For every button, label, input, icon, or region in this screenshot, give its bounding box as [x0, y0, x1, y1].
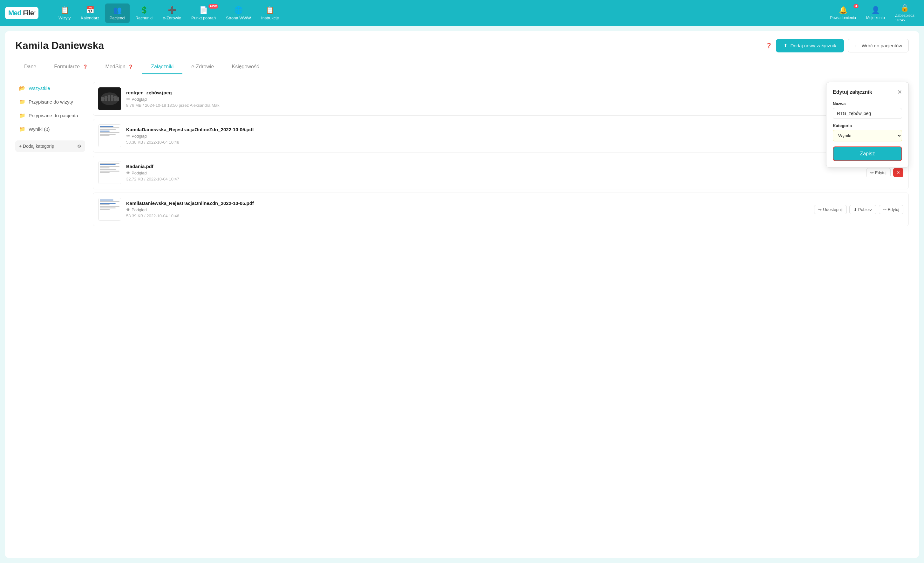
eye-icon-1: 👁 — [126, 97, 130, 102]
tab-zalaczniki-label: Załączniki — [151, 64, 174, 69]
tab-medsign[interactable]: MedSign ❓ — [97, 60, 142, 74]
sidebar-label-wyniki: Wyniki (0) — [28, 126, 50, 132]
doc-line — [100, 164, 116, 165]
file-name-2: KamilaDaniewska_RejestracjaOnlineZdn_202… — [126, 127, 903, 132]
eye-icon-4: 👁 — [126, 207, 130, 212]
doc-line — [100, 209, 110, 210]
sidebar-item-wszystkie[interactable]: 📂 Wszystkie — [15, 82, 85, 95]
settings-icon[interactable]: ⚙ — [77, 144, 81, 149]
file-preview-btn-1[interactable]: 👁 Podgląd — [126, 97, 147, 102]
file-size-1: 8.76 MB — [126, 103, 141, 108]
doc-line — [100, 134, 116, 135]
patient-name: Kamila Daniewska — [15, 40, 104, 51]
nav-label-powiadomienia: Powiadomienia — [830, 16, 856, 20]
name-field[interactable] — [833, 108, 902, 119]
nav-label-wizyty: Wizyty — [58, 16, 70, 20]
file-name-3: Badania.pdf — [126, 164, 861, 169]
preview-label-3: Podgląd — [132, 171, 147, 176]
category-field-label: Kategoria — [833, 123, 902, 128]
nav-item-instrukcje[interactable]: 📋 Instrukcje — [257, 3, 284, 23]
edit-panel-close-button[interactable]: ✕ — [897, 89, 902, 96]
download-button-4[interactable]: ⬇ Pobierz — [849, 205, 876, 214]
nav-label-kalendarz: Kalendarz — [81, 16, 99, 20]
svg-rect-5 — [111, 95, 113, 101]
file-preview-btn-4[interactable]: 👁 Podgląd — [126, 207, 147, 212]
doc-thumbnail-4 — [98, 198, 121, 221]
file-thumb-3 — [98, 161, 121, 184]
nav-item-e-zdrowie[interactable]: ➕ e-Zdrowie — [158, 3, 186, 23]
sidebar-item-przypisane-wizyty[interactable]: 📁 Przypisane do wizyty — [15, 96, 85, 108]
delete-button-3[interactable]: ✕ — [893, 168, 903, 177]
add-category-label: + Dodaj kategorię — [19, 144, 54, 149]
file-info-3: Badania.pdf 👁 Podgląd 32.72 KB / 2022-10… — [126, 164, 861, 182]
tab-ksiegowosc-label: Księgowość — [232, 64, 259, 69]
file-date-2: 2022-10-04 10:48 — [147, 140, 179, 144]
doc-thumbnail-2 — [98, 124, 121, 147]
nav-item-moje-konto[interactable]: 👤 Moje konto — [862, 3, 890, 23]
add-button-label: Dodaj nowy załącznik — [790, 43, 836, 48]
nav-item-wizyty[interactable]: 📋 Wizyty — [54, 3, 75, 23]
edit-button-4[interactable]: ✏ Edytuj — [879, 205, 903, 214]
nav-label-rachunki: Rachunki — [135, 16, 153, 20]
file-date-1: 2024-10-18 13:50 — [145, 103, 178, 108]
add-attachment-button[interactable]: ⬆ Dodaj nowy załącznik — [776, 39, 844, 53]
main-body: 📂 Wszystkie 📁 Przypisane do wizyty 📁 Prz… — [15, 82, 909, 230]
doc-line — [100, 167, 110, 168]
edit-icon-4: ✏ — [883, 207, 886, 212]
edit-panel-header: Edytuj załącznik ✕ — [833, 89, 902, 96]
nav-label-moje-konto: Moje konto — [866, 16, 885, 20]
file-thumb-4 — [98, 198, 121, 221]
formularze-help-icon[interactable]: ❓ — [82, 65, 88, 69]
nav-item-zabezpiecz[interactable]: 🔒 Zabezpiecz118:45 — [891, 1, 919, 25]
file-size-2: 53.38 KB — [126, 140, 143, 144]
nav-items: 📋 Wizyty 📅 Kalendarz 👥 Pacjenci 💲 Rachun… — [54, 3, 826, 23]
file-size-4: 53.39 KB — [126, 213, 143, 218]
doc-line — [100, 128, 120, 128]
tabs: Dane Formularze ❓ MedSign ❓ Załączniki e… — [15, 60, 909, 74]
svg-rect-4 — [108, 95, 110, 101]
new-badge: NEW — [208, 4, 218, 9]
back-button[interactable]: ← Wróć do pacjentów — [848, 39, 909, 53]
file-item-3: Badania.pdf 👁 Podgląd 32.72 KB / 2022-10… — [93, 156, 909, 189]
edit-button-3[interactable]: ✏ Edytuj — [866, 168, 891, 177]
nav-item-pacjenci[interactable]: 👥 Pacjenci — [105, 3, 130, 23]
share-button-4[interactable]: ↪ Udostępnij — [814, 205, 846, 214]
wizyty-icon: 📋 — [60, 6, 69, 14]
nav-item-kalendarz[interactable]: 📅 Kalendarz — [76, 3, 104, 23]
instrukcje-icon: 📋 — [266, 6, 274, 14]
nav-item-strona-www[interactable]: 🌐 Strona WWW — [222, 3, 255, 23]
doc-line — [100, 166, 120, 167]
file-meta-2: 53.38 KB / 2022-10-04 10:48 — [126, 140, 903, 144]
medsign-help-icon[interactable]: ❓ — [128, 65, 133, 69]
file-actions-4: ↪ Udostępnij ⬇ Pobierz ✏ Edytuj — [814, 205, 903, 214]
page-header: Kamila Daniewska ❓ ⬆ Dodaj nowy załączni… — [15, 39, 909, 53]
doc-line — [100, 132, 120, 133]
sidebar-item-przypisane-pacjenta[interactable]: 📁 Przypisane do pacjenta — [15, 109, 85, 122]
header-help-icon[interactable]: ❓ — [766, 43, 772, 49]
kalendarz-icon: 📅 — [86, 6, 94, 14]
nav-item-powiadomienia[interactable]: 🔔 Powiadomienia 3 — [826, 3, 861, 23]
nav-item-rachunki[interactable]: 💲 Rachunki — [131, 3, 157, 23]
save-button[interactable]: Zapisz — [833, 146, 902, 161]
svg-rect-7 — [117, 97, 119, 101]
file-preview-btn-3[interactable]: 👁 Podgląd — [126, 171, 147, 176]
nav-item-punkt-pobran[interactable]: 📄 Punkt pobrań NEW — [187, 3, 220, 23]
tab-dane[interactable]: Dane — [15, 60, 45, 74]
folder-icon-wyniki: 📁 — [19, 126, 26, 132]
sidebar-item-wyniki[interactable]: 📁 Wyniki (0) — [15, 123, 85, 135]
file-info-1: rentgen_zębów.jpeg 👁 Podgląd 8.76 MB / 2… — [126, 90, 861, 108]
doc-line — [100, 203, 116, 204]
doc-line — [100, 207, 116, 209]
file-date-4: 2022-10-04 10:46 — [147, 213, 179, 218]
category-select[interactable]: Wyniki Badania Inne — [833, 130, 902, 141]
tab-ksiegowosc[interactable]: Księgowość — [223, 60, 268, 74]
add-category-button[interactable]: + Dodaj kategorię ⚙ — [15, 140, 85, 152]
share-label-4: Udostępnij — [823, 207, 842, 212]
tab-e-zdrowie[interactable]: e-Zdrowie — [182, 60, 223, 74]
tab-zalaczniki[interactable]: Załączniki — [142, 60, 182, 74]
tab-formularze[interactable]: Formularze ❓ — [45, 60, 96, 74]
edit-label-4: Edytuj — [888, 207, 899, 212]
file-meta-4: 53.39 KB / 2022-10-04 10:46 — [126, 213, 809, 218]
file-info-2: KamilaDaniewska_RejestracjaOnlineZdn_202… — [126, 127, 903, 144]
file-preview-btn-2[interactable]: 👁 Podgląd — [126, 134, 147, 138]
